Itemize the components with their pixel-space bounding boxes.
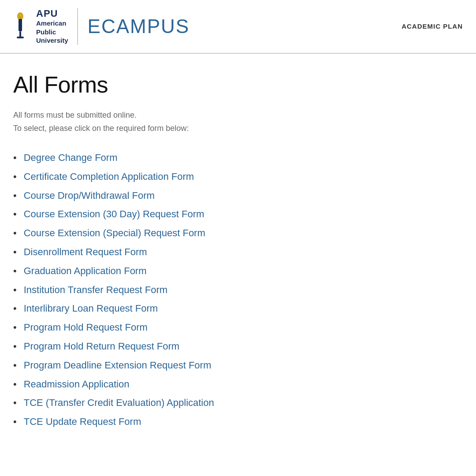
form-link-5[interactable]: Disenrollment Request Form [24,245,147,259]
form-link-12[interactable]: Readmission Application [24,378,130,391]
form-link-11[interactable]: Program Deadline Extension Request Form [24,359,212,372]
subtitle-line-1: All forms must be submitted online. [13,108,463,122]
list-item: Program Hold Request Form [13,321,463,335]
form-link-4[interactable]: Course Extension (Special) Request Form [24,227,205,240]
form-link-8[interactable]: Interlibrary Loan Request Form [24,302,158,316]
form-link-14[interactable]: TCE Update Request Form [24,415,141,429]
list-item: TCE (Transfer Credit Evaluation) Applica… [13,396,463,410]
site-header: APU American Public University ECAMPUS A… [0,0,476,54]
university-name-line1: American [36,19,68,28]
logo-area: APU American Public University [9,8,78,45]
list-item: TCE Update Request Form [13,415,463,429]
forms-list: Degree Change FormCertificate Completion… [13,151,463,429]
university-name-line3: University [36,36,68,45]
list-item: Course Extension (Special) Request Form [13,227,463,240]
apu-label: APU [36,8,68,19]
list-item: Course Extension (30 Day) Request Form [13,208,463,221]
list-item: Institution Transfer Request Form [13,283,463,297]
list-item: Program Hold Return Request Form [13,340,463,353]
page-title: All Forms [13,71,463,98]
form-link-7[interactable]: Institution Transfer Request Form [24,283,167,297]
apu-torch-icon [9,12,32,41]
list-item: Certificate Completion Application Form [13,170,463,184]
form-link-1[interactable]: Certificate Completion Application Form [24,170,194,184]
list-item: Disenrollment Request Form [13,245,463,259]
svg-rect-2 [19,19,22,31]
list-item: Interlibrary Loan Request Form [13,302,463,316]
ecampus-title: ECAMPUS [78,15,190,37]
university-name-line2: Public [36,28,68,37]
top-nav: ACADEMIC PLAN [402,22,463,30]
list-item: Course Drop/Withdrawal Form [13,189,463,203]
subtitle-block: All forms must be submitted online. To s… [13,108,463,135]
list-item: Readmission Application [13,378,463,391]
form-link-0[interactable]: Degree Change Form [24,151,118,165]
form-link-3[interactable]: Course Extension (30 Day) Request Form [24,208,205,221]
form-link-9[interactable]: Program Hold Request Form [24,321,148,335]
svg-rect-4 [17,37,24,38]
form-link-10[interactable]: Program Hold Return Request Form [24,340,179,353]
list-item: Graduation Application Form [13,264,463,278]
form-link-13[interactable]: TCE (Transfer Credit Evaluation) Applica… [24,396,214,410]
form-link-6[interactable]: Graduation Application Form [24,264,147,278]
apu-text-block: APU American Public University [36,8,68,45]
subtitle-line-2: To select, please click on the required … [13,122,463,135]
nav-academic-plan-link[interactable]: ACADEMIC PLAN [402,22,463,30]
list-item: Degree Change Form [13,151,463,165]
main-content: All Forms All forms must be submitted on… [0,54,476,447]
list-item: Program Deadline Extension Request Form [13,359,463,372]
form-link-2[interactable]: Course Drop/Withdrawal Form [24,189,155,203]
header-left: APU American Public University ECAMPUS [9,8,190,45]
svg-rect-3 [19,31,21,37]
